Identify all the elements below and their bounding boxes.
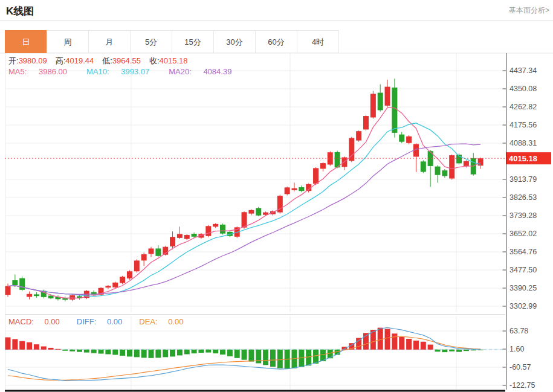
- tab-30min[interactable]: 30分: [213, 30, 256, 53]
- svg-text:4088.31: 4088.31: [509, 139, 537, 147]
- ma20-readout: MA20: 4084.39: [169, 67, 241, 76]
- svg-text:-122.75: -122.75: [509, 381, 535, 390]
- svg-text:3390.25: 3390.25: [509, 284, 537, 292]
- kline-widget: K线图 基本面分析> 日 周 月 5分 15分 30分 60分 4时 4437.…: [0, 0, 553, 392]
- diff-value-readout: DIFF: 0.00: [77, 317, 131, 326]
- svg-text:63.78: 63.78: [509, 327, 528, 335]
- svg-text:3739.28: 3739.28: [509, 211, 537, 220]
- dea-value-readout: DEA: 0.00: [139, 317, 192, 326]
- period-tabs: 日 周 月 5分 15分 30分 60分 4时: [5, 30, 339, 53]
- ma10-readout: MA10: 3993.07: [86, 67, 159, 76]
- high-label: 高:: [56, 56, 66, 65]
- close-value: 4015.18: [160, 56, 188, 65]
- svg-text:3913.79: 3913.79: [509, 175, 537, 184]
- tab-5min[interactable]: 5分: [130, 30, 172, 53]
- tab-60min[interactable]: 60分: [255, 30, 297, 53]
- svg-text:1.60: 1.60: [509, 345, 524, 353]
- ma-readout: MA5: 3986.00MA10: 3993.07MA20: 4084.39: [8, 67, 251, 76]
- svg-text:3564.76: 3564.76: [509, 248, 537, 256]
- svg-text:3826.53: 3826.53: [509, 193, 537, 202]
- svg-text:3477.50: 3477.50: [509, 266, 537, 274]
- svg-text:4437.34: 4437.34: [509, 66, 537, 75]
- high-value: 4019.44: [65, 56, 94, 65]
- low-label: 低:: [102, 56, 112, 65]
- macd-value-readout: MACD: 0.00: [8, 317, 68, 326]
- ma5-readout: MA5: 3986.00: [8, 67, 77, 76]
- svg-text:4175.56: 4175.56: [509, 121, 537, 129]
- ohlc-readout: 开:3980.09高:4019.44低:3964.55收:4015.18: [8, 56, 196, 66]
- tab-day[interactable]: 日: [5, 30, 47, 53]
- open-label: 开:: [8, 56, 19, 65]
- macd-readout: MACD: 0.00DIFF: 0.00DEA: 0.00: [8, 317, 201, 326]
- tab-week[interactable]: 周: [47, 30, 89, 53]
- svg-text:4015.18: 4015.18: [509, 154, 537, 163]
- svg-text:-60.57: -60.57: [509, 363, 531, 371]
- low-value: 3964.55: [112, 56, 141, 65]
- tab-4hour[interactable]: 4时: [297, 30, 339, 53]
- svg-text:3652.02: 3652.02: [509, 230, 537, 238]
- svg-text:3302.99: 3302.99: [509, 302, 537, 310]
- open-value: 3980.09: [19, 56, 47, 65]
- tab-15min[interactable]: 15分: [172, 30, 214, 53]
- svg-text:4350.08: 4350.08: [509, 85, 537, 93]
- svg-text:4262.82: 4262.82: [509, 103, 537, 111]
- tab-month[interactable]: 月: [88, 30, 131, 53]
- close-label: 收:: [149, 56, 160, 65]
